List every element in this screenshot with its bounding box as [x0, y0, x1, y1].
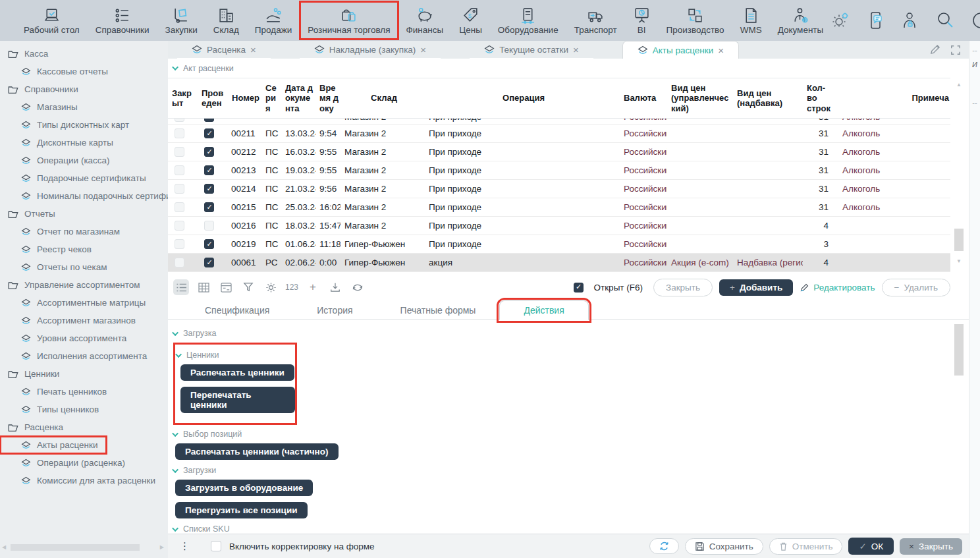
table-row[interactable]: 00219 ПС 01.06.24 11:18 Гипер-Фьюжен При… — [168, 235, 950, 254]
sidebar-item[interactable]: Отчеты — [0, 205, 65, 223]
menu-item-references[interactable]: Справочники — [88, 1, 157, 40]
sidebar-item[interactable]: Операции (расценка) — [0, 454, 134, 472]
section-load[interactable]: Загрузка — [174, 329, 950, 338]
cancel-button[interactable]: Отменить — [769, 538, 843, 555]
menu-item-transport[interactable]: Транспорт — [566, 1, 625, 40]
actions-vertical-scrollbar[interactable] — [954, 321, 964, 532]
column-header-closed[interactable]: Закрыт — [168, 86, 198, 111]
posted-checkbox[interactable] — [204, 119, 214, 122]
table-row[interactable]: 00216 ПС 18.03.24 15:47 Магазин 2 При пр… — [168, 217, 950, 235]
menu-item-finance[interactable]: Финансы — [398, 1, 452, 40]
closed-checkbox[interactable] — [175, 221, 184, 231]
tab-akty-rascenki[interactable]: Акты расценки × — [622, 41, 739, 59]
posted-checkbox[interactable] — [204, 147, 214, 157]
posted-checkbox[interactable] — [204, 184, 214, 194]
sidebar-item[interactable]: Печать ценников — [0, 383, 116, 401]
menu-item-bi[interactable]: BI — [625, 1, 659, 40]
sidebar-item[interactable]: Исполнения ассортимента — [0, 347, 156, 365]
view-list-icon[interactable] — [173, 279, 189, 295]
table-row[interactable]: 00212 ПС 16.03.24 9:55 Магазин 2 При при… — [168, 143, 950, 161]
column-header-warehouse[interactable]: Склад — [340, 90, 425, 105]
sidebar-horizontal-scrollbar[interactable]: ◀ ▶ — [0, 544, 168, 551]
posted-checkbox[interactable] — [204, 239, 214, 249]
add-column-icon[interactable]: + — [305, 279, 321, 295]
fullscreen-icon[interactable] — [950, 45, 961, 55]
sidebar-item[interactable]: Ассортиментные матрицы — [0, 294, 155, 312]
reprint-tags-button[interactable]: Перепечатать ценники — [180, 387, 295, 413]
sidebar-item[interactable]: Уровни ассортимента — [0, 329, 136, 347]
closed-checkbox[interactable] — [175, 202, 184, 212]
table-row[interactable]: 00211 ПС 13.03.24 9:54 Магазин 2 При при… — [168, 125, 950, 143]
scroll-down-icon[interactable]: ▼ — [956, 258, 962, 264]
view-card-icon[interactable] — [218, 279, 234, 295]
scroll-up-icon[interactable]: ▲ — [956, 82, 962, 88]
refresh-sync-icon[interactable] — [350, 279, 366, 295]
posted-checkbox[interactable] — [204, 128, 214, 138]
close-document-button[interactable]: Закрыть — [653, 279, 713, 296]
sidebar-item[interactable]: Комиссии для акта расценки — [0, 472, 165, 489]
menu-item-retail[interactable]: Розничная торговля — [300, 1, 398, 40]
sidebar-item[interactable]: Ассортимент магазинов — [0, 312, 145, 329]
menu-item-equipment[interactable]: Оборудование — [490, 1, 566, 40]
table-vertical-scrollbar[interactable]: ▲ ▼ — [954, 80, 964, 269]
scrollbar-thumb[interactable] — [954, 324, 964, 376]
posted-checkbox[interactable] — [204, 258, 214, 267]
closed-checkbox[interactable] — [175, 258, 184, 267]
posted-checkbox[interactable] — [204, 202, 214, 212]
menu-item-prices[interactable]: $ Цены — [451, 1, 490, 40]
sidebar-item[interactable]: Касса — [0, 45, 57, 63]
more-options-icon[interactable]: ⋮ — [180, 540, 190, 552]
settings-gear-icon[interactable] — [263, 279, 279, 295]
close-icon[interactable]: × — [420, 44, 426, 55]
column-header-posted[interactable]: Проведен — [198, 86, 227, 111]
delete-button[interactable]: −Удалить — [882, 279, 950, 296]
chat-phone-icon[interactable] — [867, 11, 885, 30]
column-header-number[interactable]: Номер — [227, 90, 261, 105]
export-download-icon[interactable] — [327, 279, 343, 295]
sidebar-item[interactable]: Номиналы подарочных сертифика — [0, 187, 168, 205]
sidebar-item[interactable]: Реестр чеков — [0, 240, 101, 258]
posted-checkbox[interactable] — [204, 165, 214, 175]
tab-print-forms[interactable]: Печатные формы — [377, 301, 500, 320]
column-header-series[interactable]: Серия — [261, 80, 281, 116]
section-price-tags[interactable]: Ценники — [177, 350, 295, 360]
scroll-right-icon[interactable]: ▶ — [160, 544, 164, 550]
close-icon[interactable]: × — [573, 44, 579, 55]
column-header-markup-type[interactable]: Вид цен (надбавка) — [733, 86, 803, 111]
column-header-price-type[interactable]: Вид цен (управленческий) — [667, 80, 733, 116]
closed-checkbox[interactable] — [175, 165, 184, 175]
close-icon[interactable]: × — [718, 45, 724, 56]
posted-checkbox[interactable] — [204, 221, 214, 231]
tab-nakladnye[interactable]: Накладные (закупка) × — [300, 41, 441, 59]
menu-item-production[interactable]: Производство — [659, 1, 732, 40]
edit-pencil-icon[interactable] — [929, 44, 940, 55]
user-lock-icon[interactable] — [901, 11, 919, 30]
column-header-currency[interactable]: Валюта — [620, 90, 667, 105]
closed-checkbox[interactable] — [175, 147, 184, 157]
close-form-button[interactable]: ×Закрыть — [900, 538, 962, 555]
correction-checkbox[interactable] — [211, 541, 221, 551]
scrollbar-thumb[interactable] — [11, 544, 140, 551]
open-filter-checkbox[interactable] — [574, 283, 584, 293]
print-tags-partial-button[interactable]: Распечатать ценники (частично) — [175, 443, 339, 460]
menu-item-documents[interactable]: Документы — [770, 1, 832, 40]
table-row[interactable]: 00215 ПС 25.03.24 16:02 Магазин 2 При пр… — [168, 198, 950, 217]
section-sku-lists[interactable]: Списки SKU — [174, 524, 950, 534]
sidebar-item[interactable]: Акты расценки — [0, 436, 107, 454]
column-header-time[interactable]: Время доку — [315, 80, 340, 116]
edit-button[interactable]: Редактировать — [800, 283, 875, 293]
menu-item-sales[interactable]: Продажи — [247, 1, 300, 40]
collapse-chevron-icon[interactable] — [172, 64, 178, 70]
clock-icon[interactable] — [971, 11, 980, 30]
table-row[interactable]: Магазин 2 При приходе Российский р 31 Ал… — [168, 119, 950, 125]
reload-all-positions-button[interactable]: Перегрузить все позиции — [175, 502, 308, 518]
sidebar-item[interactable]: Управление ассортиментом — [0, 276, 149, 294]
print-tags-button[interactable]: Распечатать ценники — [180, 364, 294, 381]
closed-checkbox[interactable] — [175, 128, 184, 138]
section-loads[interactable]: Загрузки — [174, 466, 950, 475]
filter-icon[interactable] — [240, 279, 256, 295]
tab-rascenka[interactable]: Расценка × — [177, 41, 271, 59]
closed-checkbox[interactable] — [175, 119, 184, 122]
table-row[interactable]: 00061 РС 02.06.24 0:00 Гипер-Фьюжен акци… — [168, 254, 950, 272]
refresh-button[interactable] — [649, 538, 679, 554]
